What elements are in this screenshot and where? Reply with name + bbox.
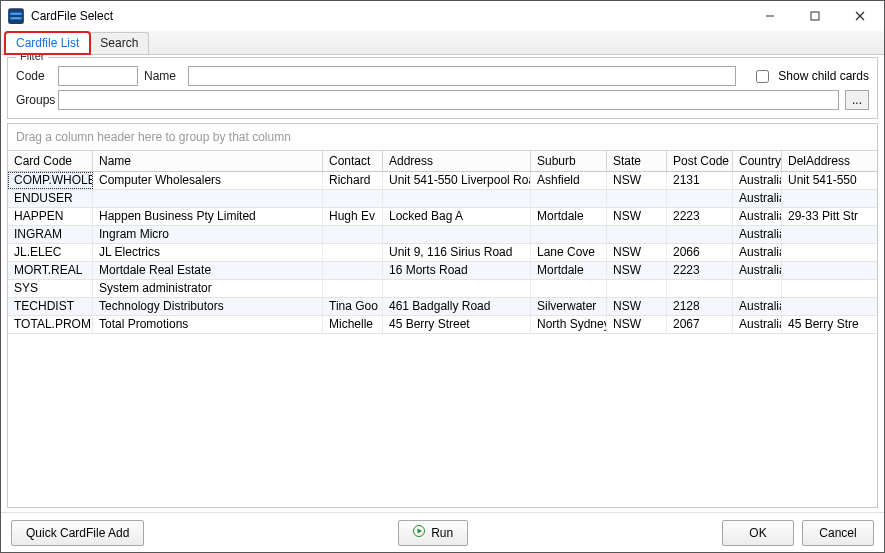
- cell-contact: Hugh Ev: [323, 208, 383, 225]
- cell-address: 461 Badgally Road: [383, 298, 531, 315]
- run-button-label: Run: [431, 526, 453, 540]
- cell-postcode: 2223: [667, 208, 733, 225]
- cell-name: Ingram Micro: [93, 226, 323, 243]
- maximize-button[interactable]: [792, 2, 837, 30]
- cell-postcode: 2128: [667, 298, 733, 315]
- table-row[interactable]: MORT.REALMortdale Real Estate16 Morts Ro…: [8, 262, 877, 280]
- cell-suburb: North Sydney: [531, 316, 607, 333]
- ok-button[interactable]: OK: [722, 520, 794, 546]
- cell-contact: [323, 280, 383, 297]
- cell-cardcode: MORT.REAL: [8, 262, 93, 279]
- col-header-contact[interactable]: Contact: [323, 151, 383, 171]
- cell-suburb: [531, 280, 607, 297]
- cell-cardcode: JL.ELEC: [8, 244, 93, 261]
- cell-suburb: Mortdale: [531, 208, 607, 225]
- cell-country: Australia: [733, 244, 782, 261]
- cell-state: NSW: [607, 208, 667, 225]
- cell-country: Australia: [733, 208, 782, 225]
- cell-postcode: 2223: [667, 262, 733, 279]
- cell-cardcode: TECHDIST: [8, 298, 93, 315]
- cell-cardcode: ENDUSER: [8, 190, 93, 207]
- col-header-cardcode[interactable]: Card Code: [8, 151, 93, 171]
- quick-cardfile-add-button[interactable]: Quick CardFile Add: [11, 520, 144, 546]
- name-input[interactable]: [188, 66, 736, 86]
- cell-state: NSW: [607, 244, 667, 261]
- svg-rect-2: [10, 17, 21, 19]
- table-row[interactable]: COMP.WHOLEComputer WholesalersRichardUni…: [8, 172, 877, 190]
- cell-address: Unit 9, 116 Sirius Road: [383, 244, 531, 261]
- cell-contact: [323, 226, 383, 243]
- cell-postcode: 2131: [667, 172, 733, 189]
- table-row[interactable]: ENDUSERAustralia: [8, 190, 877, 208]
- col-header-suburb[interactable]: Suburb: [531, 151, 607, 171]
- group-by-bar[interactable]: Drag a column header here to group by th…: [8, 124, 877, 151]
- show-child-checkbox-wrap[interactable]: Show child cards: [752, 67, 869, 86]
- tab-cardfile-list[interactable]: Cardfile List: [5, 32, 90, 54]
- filter-group: Filter Code Name Show child cards Groups…: [7, 57, 878, 119]
- cell-name: Total Promotions: [93, 316, 323, 333]
- groups-browse-button[interactable]: ...: [845, 90, 869, 110]
- app-icon: [7, 7, 25, 25]
- cell-postcode: 2067: [667, 316, 733, 333]
- show-child-label: Show child cards: [778, 69, 869, 83]
- cell-postcode: [667, 226, 733, 243]
- grid: Drag a column header here to group by th…: [7, 123, 878, 508]
- cell-deladdress: [782, 226, 877, 243]
- cell-contact: Tina Goo: [323, 298, 383, 315]
- cell-address: [383, 280, 531, 297]
- button-bar: Quick CardFile Add Run OK Cancel: [1, 512, 884, 552]
- cell-name: JL Electrics: [93, 244, 323, 261]
- svg-marker-8: [418, 529, 423, 534]
- tab-strip: Cardfile List Search: [1, 31, 884, 55]
- groups-input[interactable]: [58, 90, 839, 110]
- col-header-country[interactable]: Country: [733, 151, 782, 171]
- cell-country: Australia: [733, 226, 782, 243]
- show-child-checkbox[interactable]: [756, 70, 769, 83]
- cell-contact: [323, 262, 383, 279]
- cell-cardcode: SYS: [8, 280, 93, 297]
- cell-state: [607, 226, 667, 243]
- cell-country: Australia: [733, 262, 782, 279]
- table-row[interactable]: JL.ELECJL ElectricsUnit 9, 116 Sirius Ro…: [8, 244, 877, 262]
- cell-state: NSW: [607, 316, 667, 333]
- col-header-postcode[interactable]: Post Code: [667, 151, 733, 171]
- window-title: CardFile Select: [31, 9, 113, 23]
- cell-country: Australia: [733, 172, 782, 189]
- cell-suburb: [531, 190, 607, 207]
- minimize-button[interactable]: [747, 2, 792, 30]
- close-button[interactable]: [837, 2, 882, 30]
- cell-suburb: Ashfield: [531, 172, 607, 189]
- cell-country: Australia: [733, 190, 782, 207]
- cell-postcode: [667, 190, 733, 207]
- col-header-name[interactable]: Name: [93, 151, 323, 171]
- groups-label: Groups: [16, 93, 52, 107]
- table-row[interactable]: SYSSystem administrator: [8, 280, 877, 298]
- cancel-button[interactable]: Cancel: [802, 520, 874, 546]
- cell-state: [607, 280, 667, 297]
- code-input[interactable]: [58, 66, 138, 86]
- cell-suburb: Mortdale: [531, 262, 607, 279]
- table-row[interactable]: INGRAMIngram MicroAustralia: [8, 226, 877, 244]
- cell-name: Happen Business Pty Limited: [93, 208, 323, 225]
- run-button[interactable]: Run: [398, 520, 468, 546]
- col-header-address[interactable]: Address: [383, 151, 531, 171]
- cell-name: Technology Distributors: [93, 298, 323, 315]
- code-label: Code: [16, 69, 52, 83]
- cell-country: Australia: [733, 298, 782, 315]
- cell-name: Computer Wholesalers: [93, 172, 323, 189]
- cell-state: NSW: [607, 298, 667, 315]
- table-row[interactable]: TECHDISTTechnology DistributorsTina Goo4…: [8, 298, 877, 316]
- play-icon: [413, 525, 425, 540]
- cell-state: NSW: [607, 172, 667, 189]
- cell-postcode: 2066: [667, 244, 733, 261]
- table-row[interactable]: HAPPENHappen Business Pty LimitedHugh Ev…: [8, 208, 877, 226]
- col-header-state[interactable]: State: [607, 151, 667, 171]
- tab-search[interactable]: Search: [89, 32, 149, 54]
- col-header-deladdress[interactable]: DelAddress: [782, 151, 877, 171]
- cell-deladdress: Unit 541-550: [782, 172, 877, 189]
- svg-rect-4: [811, 12, 819, 20]
- cell-cardcode: INGRAM: [8, 226, 93, 243]
- svg-rect-0: [8, 8, 24, 24]
- table-row[interactable]: TOTAL.PROMTotal PromotionsMichelle45 Ber…: [8, 316, 877, 334]
- window: CardFile Select Cardfile List Search Fil…: [0, 0, 885, 553]
